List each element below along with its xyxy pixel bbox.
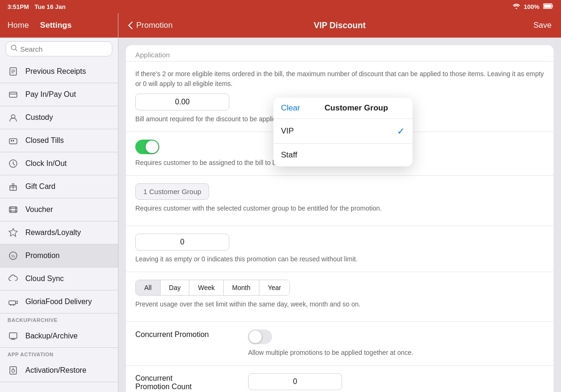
backup-archive-section-header: BACKUP/ARCHIVE [0, 314, 118, 325]
main-card: Application If there's 2 or more eligibl… [126, 45, 553, 392]
sidebar-item-label: Rewards/Loyalty [25, 228, 81, 237]
page-title: VIP Discount [314, 21, 366, 31]
svg-line-4 [16, 49, 17, 51]
content-area: Promotion VIP Discount Save Clear Custom… [118, 13, 561, 392]
concurrent-description: Allow multiple promotions to be applied … [248, 348, 544, 358]
dropdown-item-vip[interactable]: VIP ✓ [273, 119, 413, 144]
sidebar-item-label: Previous Receipts [25, 67, 86, 76]
receipt-icon [8, 66, 19, 77]
gift-icon [8, 181, 19, 192]
svg-rect-13 [11, 140, 12, 141]
app-activation-section-header: APP ACTIVATION [0, 348, 118, 359]
bill-amount-input[interactable] [135, 94, 229, 110]
sidebar-item-gift-card[interactable]: Gift Card [0, 175, 118, 198]
search-bar[interactable] [6, 41, 112, 56]
delivery-icon [8, 296, 19, 307]
svg-line-17 [13, 164, 15, 165]
bill-amount-description: If there's 2 or more eligible items orde… [135, 69, 544, 89]
sidebar-item-label: Closed Tills [25, 136, 64, 145]
pay-icon [8, 89, 19, 100]
svg-rect-27 [9, 333, 17, 338]
status-date: Tue 16 Jan [35, 3, 66, 10]
sidebar-item-label: Pay In/Pay Out [25, 90, 76, 99]
search-icon [11, 45, 17, 53]
dropdown-title: Customer Group [308, 103, 405, 113]
svg-point-31 [12, 369, 15, 372]
sidebar-item-cloud-sync[interactable]: Cloud Sync [0, 267, 118, 290]
customer-toggle[interactable] [135, 140, 159, 154]
svg-rect-14 [13, 140, 14, 141]
application-label: Application [135, 51, 170, 59]
sidebar-item-label: GloriaFood Delivery [25, 298, 92, 306]
dropdown-clear-button[interactable]: Clear [281, 103, 300, 113]
custody-icon [8, 112, 19, 123]
svg-point-26 [13, 305, 15, 306]
promotion-icon: % [8, 250, 19, 261]
sidebar-item-promotion[interactable]: % Promotion [0, 244, 118, 267]
customer-group-dropdown: Clear Customer Group VIP ✓ Staff [273, 98, 413, 166]
home-link[interactable]: Home [8, 21, 29, 30]
sidebar-item-backup-archive[interactable]: Backup/Archive [0, 325, 118, 348]
checkmark-icon: ✓ [397, 125, 405, 137]
clock-icon [8, 158, 19, 169]
concurrent-promotion-row: Concurrent Promotion Allow multiple prom… [126, 322, 553, 366]
usage-count-row: Leaving it as empty or 0 indicates this … [126, 226, 553, 272]
segment-day[interactable]: Day [161, 280, 190, 295]
segment-month[interactable]: Month [224, 280, 259, 295]
sidebar-item-voucher[interactable]: Voucher [0, 198, 118, 221]
segment-year[interactable]: Year [259, 280, 289, 295]
scroll-content: Clear Customer Group VIP ✓ Staff Applica… [118, 38, 561, 392]
battery-percentage: 100% [524, 3, 539, 10]
dropdown-item-label: Staff [281, 150, 297, 160]
segment-row: All Day Week Month Year Prevent usage ov… [126, 272, 553, 322]
voucher-icon [8, 204, 19, 215]
dropdown-item-label: VIP [281, 126, 294, 136]
sidebar-item-label: Gift Card [25, 182, 55, 191]
backup-icon [8, 330, 19, 342]
concurrent-count-row: Concurrent Promotion Count Set a limit t… [126, 366, 553, 392]
segment-all[interactable]: All [136, 280, 161, 295]
top-nav: Promotion VIP Discount Save [118, 13, 561, 38]
sidebar: Home Settings Previous Receipts [0, 13, 118, 392]
customer-group-row: 1 Customer Group Requires customer with … [126, 176, 553, 226]
status-time: 3:51PM [8, 3, 29, 10]
cloud-icon [8, 273, 19, 284]
dropdown-item-staff[interactable]: Staff [273, 144, 413, 166]
concurrent-toggle-knob [249, 330, 262, 343]
sidebar-item-rewards-loyalty[interactable]: Rewards/Loyalty [0, 221, 118, 244]
concurrent-count-input[interactable] [248, 373, 342, 390]
sidebar-item-closed-tills[interactable]: Closed Tills [0, 129, 118, 152]
rewards-icon [8, 227, 19, 238]
wifi-icon [513, 3, 520, 10]
svg-point-0 [515, 8, 517, 9]
sidebar-item-custody[interactable]: Custody [0, 106, 118, 129]
svg-rect-9 [9, 92, 17, 97]
dropdown-header: Clear Customer Group [273, 98, 413, 119]
segment-description: Prevent usage over the set limit within … [135, 299, 544, 309]
search-input[interactable] [20, 45, 107, 53]
back-button[interactable]: Promotion [128, 21, 172, 30]
segment-week[interactable]: Week [189, 280, 224, 295]
sidebar-item-clock-in-out[interactable]: Clock In/Out [0, 152, 118, 175]
sidebar-item-gloria-food[interactable]: GloriaFood Delivery [0, 290, 118, 314]
nav-header: Home Settings [0, 13, 118, 38]
sidebar-item-pay-in-out[interactable]: Pay In/Pay Out [0, 83, 118, 106]
sidebar-item-label: Promotion [25, 251, 60, 260]
sidebar-item-previous-receipts[interactable]: Previous Receipts [0, 60, 118, 83]
activation-icon [8, 365, 19, 376]
settings-label: Settings [40, 21, 71, 30]
battery-icon [543, 3, 553, 10]
segment-control: All Day Week Month Year [135, 280, 290, 296]
sidebar-item-activation-restore[interactable]: Activation/Restore [0, 359, 118, 382]
concurrent-toggle[interactable] [248, 329, 272, 344]
usage-count-input[interactable] [135, 234, 229, 251]
sidebar-item-label: Voucher [25, 205, 53, 214]
svg-text:%: % [11, 254, 15, 259]
svg-rect-24 [9, 301, 16, 305]
save-button[interactable]: Save [533, 21, 552, 30]
customer-group-button[interactable]: 1 Customer Group [135, 183, 209, 200]
sidebar-item-label: Activation/Restore [25, 366, 86, 375]
usage-count-description: Leaving it as empty or 0 indicates this … [135, 254, 544, 264]
sidebar-item-label: Backup/Archive [25, 332, 78, 340]
sidebar-item-label: Cloud Sync [25, 274, 64, 283]
